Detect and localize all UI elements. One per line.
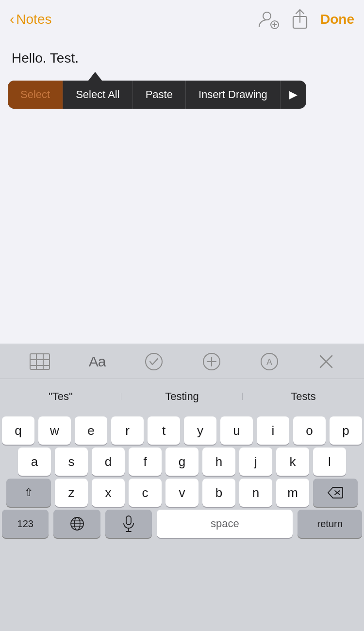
key-u[interactable]: u — [220, 416, 253, 445]
key-x[interactable]: x — [92, 479, 125, 507]
autocorrect-item-0[interactable]: "Tes" — [0, 390, 121, 403]
space-key[interactable]: space — [157, 510, 293, 538]
key-j[interactable]: j — [239, 448, 272, 476]
checklist-icon[interactable] — [144, 352, 164, 371]
shift-key[interactable]: ⇧ — [6, 479, 51, 507]
key-d[interactable]: d — [92, 448, 125, 476]
format-text-label: Aa — [89, 353, 106, 370]
key-c[interactable]: c — [129, 479, 162, 507]
return-key[interactable]: return — [298, 510, 362, 538]
key-l[interactable]: l — [313, 448, 346, 476]
key-f[interactable]: f — [129, 448, 162, 476]
keyboard-row-2: a s d f g h j k l — [0, 445, 364, 476]
context-menu-more-button[interactable]: ▶ — [281, 81, 306, 109]
format-toolbar: Aa A — [0, 344, 364, 379]
key-s[interactable]: s — [55, 448, 88, 476]
key-m[interactable]: m — [276, 479, 309, 507]
note-content: Hello. Test. — [12, 50, 79, 66]
keyboard: q w e r t y u i o p a s d f g h j k l ⇧ … — [0, 414, 364, 631]
back-notes-label[interactable]: Notes — [16, 12, 51, 27]
key-v[interactable]: v — [165, 479, 199, 507]
context-menu-insert-drawing[interactable]: Insert Drawing — [186, 81, 281, 109]
svg-point-11 — [146, 353, 162, 370]
table-icon[interactable] — [29, 353, 50, 370]
key-g[interactable]: g — [165, 448, 199, 476]
key-n[interactable]: n — [239, 479, 272, 507]
back-chevron-icon[interactable]: ‹ — [10, 13, 14, 26]
context-menu-select-all[interactable]: Select All — [63, 81, 133, 109]
key-r[interactable]: r — [111, 416, 144, 445]
key-p[interactable]: p — [330, 416, 362, 445]
keyboard-row-3: ⇧ z x c v b n m — [0, 476, 364, 507]
format-text-icon[interactable]: Aa — [89, 353, 106, 370]
share-icon[interactable] — [291, 9, 309, 30]
header-right: Done — [257, 8, 354, 31]
add-collaborator-icon[interactable] — [257, 8, 280, 31]
globe-key[interactable] — [53, 510, 100, 538]
svg-rect-26 — [126, 516, 131, 525]
autocorrect-item-2[interactable]: Tests — [243, 390, 364, 403]
key-h[interactable]: h — [202, 448, 235, 476]
context-menu-paste[interactable]: Paste — [133, 81, 186, 109]
key-q[interactable]: q — [2, 416, 34, 445]
keyboard-row-1: q w e r t y u i o p — [0, 414, 364, 445]
key-k[interactable]: k — [276, 448, 309, 476]
key-y[interactable]: y — [184, 416, 216, 445]
microphone-key[interactable] — [105, 510, 152, 538]
key-o[interactable]: o — [293, 416, 326, 445]
delete-key[interactable] — [313, 479, 358, 507]
key-z[interactable]: z — [55, 479, 88, 507]
key-i[interactable]: i — [257, 416, 289, 445]
insert-icon[interactable] — [202, 352, 221, 371]
svg-text:A: A — [266, 357, 272, 367]
autocorrect-bar: "Tes" Testing Tests — [0, 379, 364, 414]
key-a[interactable]: a — [18, 448, 51, 476]
markup-icon[interactable]: A — [260, 352, 279, 371]
numbers-key[interactable]: 123 — [2, 510, 49, 538]
svg-rect-6 — [30, 354, 50, 369]
context-menu-select[interactable]: Select — [8, 81, 63, 109]
autocorrect-item-1[interactable]: Testing — [121, 390, 243, 403]
keyboard-row-4: 123 space return — [0, 507, 364, 548]
key-t[interactable]: t — [148, 416, 180, 445]
done-button[interactable]: Done — [320, 12, 354, 27]
close-keyboard-icon[interactable] — [317, 353, 335, 370]
key-e[interactable]: e — [75, 416, 107, 445]
svg-point-0 — [263, 12, 271, 20]
header: ‹ Notes Done — [0, 0, 364, 39]
key-w[interactable]: w — [38, 416, 71, 445]
context-menu-wrapper: Select Select All Paste Insert Drawing ▶ — [0, 72, 364, 109]
header-left: ‹ Notes — [10, 12, 51, 27]
context-menu-arrow — [88, 72, 102, 81]
context-menu: Select Select All Paste Insert Drawing ▶ — [8, 81, 306, 109]
key-b[interactable]: b — [202, 479, 235, 507]
